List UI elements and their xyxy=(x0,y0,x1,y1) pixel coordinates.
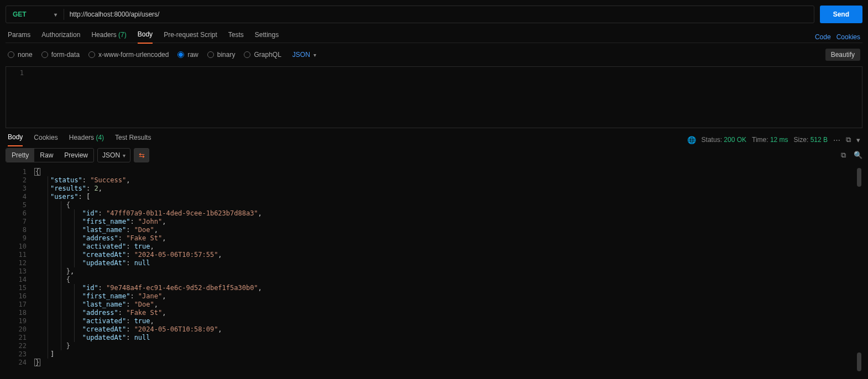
body-type-formdata[interactable]: form-data xyxy=(41,51,80,59)
view-pretty[interactable]: Pretty xyxy=(6,149,34,162)
view-raw[interactable]: Raw xyxy=(34,149,59,162)
radio-icon xyxy=(8,51,14,58)
tab-body[interactable]: Body xyxy=(138,30,153,44)
copy-icon[interactable]: ⧉ xyxy=(841,151,846,160)
chevron-down-icon: ▾ xyxy=(54,12,57,18)
response-format-selector[interactable]: JSON ▾ xyxy=(97,148,130,162)
radio-icon xyxy=(41,51,48,58)
globe-icon[interactable]: 🌐 xyxy=(687,136,696,144)
search-icon[interactable]: 🔍 xyxy=(854,151,862,160)
tab-tests[interactable]: Tests xyxy=(228,31,244,43)
line-gutter: 1 xyxy=(6,67,28,128)
send-button[interactable]: Send xyxy=(820,6,862,23)
tab-params[interactable]: Params xyxy=(8,31,30,43)
tab-settings[interactable]: Settings xyxy=(255,31,279,43)
tab-authorization[interactable]: Authorization xyxy=(41,31,80,43)
url-input[interactable] xyxy=(64,10,814,18)
radio-checked-icon xyxy=(177,51,184,58)
body-type-none[interactable]: none xyxy=(8,51,33,59)
http-method-selector[interactable]: GET ▾ xyxy=(6,10,64,18)
body-type-xwww[interactable]: x-www-form-urlencoded xyxy=(88,51,169,59)
radio-icon xyxy=(88,51,95,58)
chevron-down-icon: ▾ xyxy=(123,152,126,159)
chevron-down-icon[interactable]: ▾ xyxy=(856,136,860,144)
chevron-down-icon: ▾ xyxy=(313,52,316,58)
view-preview[interactable]: Preview xyxy=(59,149,93,162)
body-type-graphql[interactable]: GraphQL xyxy=(244,51,281,59)
more-icon[interactable]: ⋯ xyxy=(833,136,840,144)
response-code[interactable]: { "status": "Success", "results": 2, "us… xyxy=(31,166,862,373)
tab-headers-count: (7) xyxy=(118,31,127,39)
response-tab-test-results[interactable]: Test Results xyxy=(115,134,151,146)
wrap-lines-button[interactable]: ⇆ xyxy=(134,148,149,162)
body-type-binary[interactable]: binary xyxy=(207,51,236,59)
body-format-selector[interactable]: JSON ▾ xyxy=(292,51,316,59)
response-tab-cookies[interactable]: Cookies xyxy=(34,134,57,146)
tab-headers-label: Headers xyxy=(91,31,116,39)
code-link[interactable]: Code xyxy=(815,33,831,41)
beautify-button[interactable]: Beautify xyxy=(825,49,860,61)
tab-headers[interactable]: Headers (7) xyxy=(91,31,126,43)
tab-prerequest[interactable]: Pre-request Script xyxy=(164,31,217,43)
request-body-editor[interactable]: 1 xyxy=(6,66,862,128)
response-tab-headers[interactable]: Headers (4) xyxy=(69,134,104,146)
wrap-icon: ⇆ xyxy=(139,151,145,160)
code-area[interactable] xyxy=(28,67,862,128)
radio-icon xyxy=(244,51,250,58)
cookies-link[interactable]: Cookies xyxy=(836,33,860,41)
status-label: Status: 200 OK xyxy=(702,136,746,144)
view-mode-segment: Pretty Raw Preview xyxy=(6,148,94,162)
scrollbar-thumb[interactable] xyxy=(857,352,861,371)
body-type-raw[interactable]: raw xyxy=(177,51,198,59)
response-body[interactable]: 123456789101112131415161718192021222324 … xyxy=(6,166,862,373)
radio-icon xyxy=(207,51,214,58)
scrollbar-thumb[interactable] xyxy=(857,168,861,187)
size-label: Size: 512 B xyxy=(794,136,828,144)
time-label: Time: 12 ms xyxy=(752,136,788,144)
http-method-value: GET xyxy=(13,10,27,18)
layout-icon[interactable]: ⧉ xyxy=(846,135,851,144)
line-gutter: 123456789101112131415161718192021222324 xyxy=(6,166,31,373)
